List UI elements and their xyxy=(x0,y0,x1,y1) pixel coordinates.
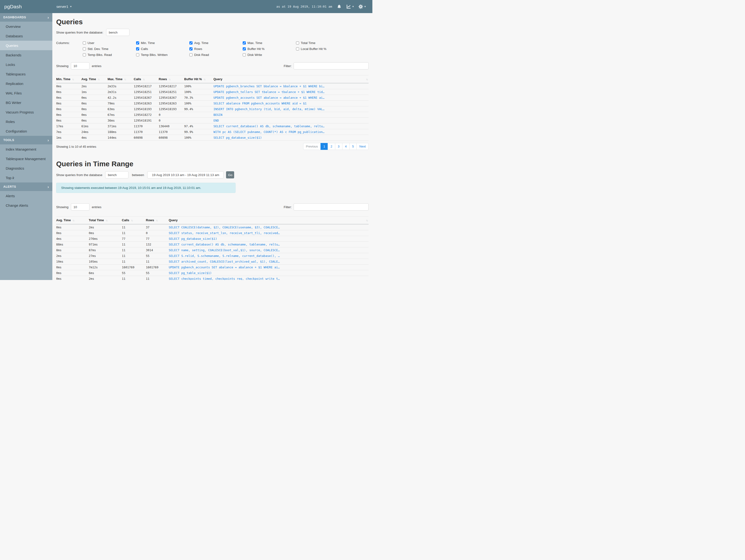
database-input[interactable] xyxy=(106,29,129,36)
brand-logo[interactable]: pgDash xyxy=(0,4,52,9)
query-link[interactable]: UPDATE pgbench_accounts SET abalance = a… xyxy=(214,95,368,101)
checkbox[interactable] xyxy=(189,41,193,44)
sidebar-item-top-k[interactable]: Topk xyxy=(0,173,52,183)
sidebar-item-bg-writer[interactable]: BG Writer xyxy=(0,98,52,107)
column-option-local-buffer-hit[interactable]: Local Buffer Hit % xyxy=(296,47,349,51)
column-option-disk-read[interactable]: Disk Read xyxy=(189,53,243,57)
column-option-max-time[interactable]: Max. Time xyxy=(243,41,296,45)
col-header-rows[interactable]: Rows↑↓ xyxy=(146,217,169,224)
column-option-min-time[interactable]: Min. Time xyxy=(136,41,189,45)
checkbox[interactable] xyxy=(189,53,193,56)
sidebar-item-replication[interactable]: Replication xyxy=(0,79,52,88)
query-link[interactable]: WITH pc AS (SELECT pubname, COUNT(*) AS … xyxy=(214,129,368,135)
checkbox[interactable] xyxy=(189,47,193,51)
query-link[interactable]: INSERT INTO pgbench_history (tid, bid, a… xyxy=(214,106,368,112)
col-header-avg-time[interactable]: Avg. Time↑↓ xyxy=(82,75,107,83)
page-button-5[interactable]: 5 xyxy=(349,143,357,150)
sidebar-item-locks[interactable]: Locks xyxy=(0,60,52,69)
sidebar-item-alerts[interactable]: Alerts xyxy=(0,191,52,201)
query-link[interactable]: BEGIN xyxy=(214,112,368,118)
col-header-query[interactable]: Query↑↓ xyxy=(169,217,368,224)
column-option-avg-time[interactable]: Avg. Time xyxy=(189,41,243,45)
column-option-temp-blks-written[interactable]: Temp Blks. Written xyxy=(136,53,189,57)
query-link[interactable]: UPDATE pgbench_tellers SET tbalance = tb… xyxy=(214,89,368,95)
query-link[interactable]: SELECT checkpoints_timed, checkpoints_re… xyxy=(169,276,368,280)
checkbox[interactable] xyxy=(243,53,246,56)
col-header-max-time[interactable]: Max. Time↑↓ xyxy=(107,75,134,83)
col-header-total-time[interactable]: Total Time↑↓ xyxy=(89,217,122,224)
col-header-buffer-hit[interactable]: Buffer Hit %↑↓ xyxy=(184,75,214,83)
sidebar-item-vacuum-progress[interactable]: Vacuum Progress xyxy=(0,107,52,117)
go-button[interactable]: Go xyxy=(226,171,234,178)
notifications-button[interactable] xyxy=(337,4,342,9)
sidebar-item-diagnostics[interactable]: Diagnostics xyxy=(0,163,52,173)
column-option-rows[interactable]: Rows xyxy=(189,47,243,51)
query-link[interactable]: SELECT COALESCE(datname, $2), COALESCE(u… xyxy=(169,224,368,230)
query-link[interactable]: SELECT current_database() AS db, scheman… xyxy=(214,124,368,129)
checkbox[interactable] xyxy=(83,41,86,44)
query-link[interactable]: UPDATE pgbench_accounts SET abalance = a… xyxy=(169,265,368,270)
sidebar-item-tablespace-management[interactable]: Tablespace Management xyxy=(0,154,52,163)
query-link[interactable]: SELECT current_database() AS db, scheman… xyxy=(169,242,368,248)
checkbox[interactable] xyxy=(83,53,86,56)
query-link[interactable]: SELECT pg_database_size($1) xyxy=(169,236,368,242)
sidebar-section-dashboards[interactable]: DASHBOARDS › xyxy=(0,13,52,22)
page-button-3[interactable]: 3 xyxy=(335,143,343,150)
query-link[interactable]: SELECT name, setting, COALESCE(boot_val,… xyxy=(169,248,368,253)
entries-count-input[interactable] xyxy=(71,203,90,210)
sidebar-item-tablespaces[interactable]: Tablespaces xyxy=(0,69,52,79)
checkbox[interactable] xyxy=(83,47,86,51)
column-option-std-dev-time[interactable]: Std. Dev. Time xyxy=(83,47,136,51)
database-input[interactable] xyxy=(105,171,129,178)
column-option-temp-blks-read[interactable]: Temp Blks. Read xyxy=(83,53,136,57)
sidebar-item-index-management[interactable]: Index Management xyxy=(0,144,52,154)
column-option-calls[interactable]: Calls xyxy=(136,47,189,51)
charts-menu-button[interactable]: ▾ xyxy=(346,4,354,9)
query-link[interactable]: SELECT pg_database_size($1) xyxy=(214,135,368,141)
entries-count-input[interactable] xyxy=(71,62,90,69)
col-header-min-time[interactable]: Min. Time↑↓ xyxy=(56,75,82,83)
page-button-4[interactable]: 4 xyxy=(342,143,350,150)
sidebar-item-wal-files[interactable]: WAL Files xyxy=(0,88,52,98)
sidebar-item-change-alerts[interactable]: Change Alerts xyxy=(0,201,52,210)
col-header-calls[interactable]: Calls↑↓ xyxy=(122,217,146,224)
column-option-total-time[interactable]: Total Time xyxy=(296,41,349,45)
column-option-user[interactable]: User xyxy=(83,41,136,45)
filter-input[interactable] xyxy=(294,62,368,69)
query-link[interactable]: END xyxy=(214,118,368,124)
query-link[interactable]: SELECT pg_table_size($1) xyxy=(169,270,368,276)
sidebar-item-roles[interactable]: Roles xyxy=(0,117,52,126)
checkbox[interactable] xyxy=(243,41,246,44)
time-range-input[interactable] xyxy=(147,171,224,178)
sidebar-section-alerts[interactable]: ALERTS › xyxy=(0,183,52,191)
column-option-disk-write[interactable]: Disk Write xyxy=(243,53,296,57)
sidebar-item-databases[interactable]: Databases xyxy=(0,31,52,41)
settings-menu-button[interactable]: ▾ xyxy=(358,4,366,9)
query-link[interactable]: SELECT abalance FROM pgbench_accounts WH… xyxy=(214,101,368,106)
checkbox[interactable] xyxy=(136,41,139,44)
page-button-2[interactable]: 2 xyxy=(328,143,335,150)
col-header-avg-time[interactable]: Avg. Time↑↓ xyxy=(56,217,89,224)
query-link[interactable]: SELECT status, receive_start_lsn, receiv… xyxy=(169,230,368,236)
sidebar-item-queries[interactable]: Queries xyxy=(0,41,52,50)
next-page-button[interactable]: Next xyxy=(356,143,368,150)
query-link[interactable]: SELECT S.relid, S.schemaname, S.relname,… xyxy=(169,253,368,259)
sidebar-section-tools[interactable]: TOOLS › xyxy=(0,136,52,144)
sidebar-item-backends[interactable]: Backends xyxy=(0,50,52,60)
col-header-calls[interactable]: Calls↑↓ xyxy=(134,75,159,83)
checkbox[interactable] xyxy=(243,47,246,51)
query-link[interactable]: SELECT archived_count, COALESCE(last_arc… xyxy=(169,259,368,265)
checkbox[interactable] xyxy=(136,53,139,56)
sidebar-item-overview[interactable]: Overview xyxy=(0,22,52,31)
checkbox[interactable] xyxy=(296,41,299,44)
checkbox[interactable] xyxy=(136,47,139,51)
filter-input[interactable] xyxy=(294,203,368,210)
col-header-query[interactable]: Query↑↓ xyxy=(214,75,368,83)
col-header-rows[interactable]: Rows↑↓ xyxy=(159,75,184,83)
query-link[interactable]: UPDATE pgbench_branches SET bbalance = b… xyxy=(214,83,368,89)
sidebar-item-configuration[interactable]: Configuration xyxy=(0,126,52,136)
previous-page-button[interactable]: Previous xyxy=(303,143,321,150)
server-selector[interactable]: server1 ▾ xyxy=(56,4,72,8)
page-button-1[interactable]: 1 xyxy=(321,143,328,150)
checkbox[interactable] xyxy=(296,47,299,51)
